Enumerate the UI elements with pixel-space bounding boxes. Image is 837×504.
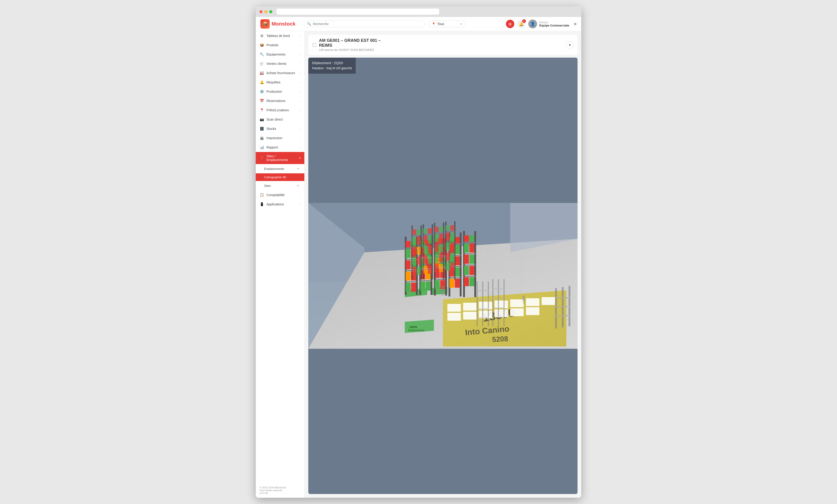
products-icon: 📦 [260, 43, 264, 48]
sidebar-submenu-sites: Emplacements ＋ Cartographie 3D Sites ＋ [256, 164, 304, 190]
svg-point-206 [523, 296, 525, 298]
svg-rect-163 [434, 254, 439, 262]
svg-rect-177 [446, 243, 450, 251]
svg-rect-76 [434, 279, 447, 280]
svg-rect-169 [445, 231, 456, 232]
svg-rect-147 [423, 256, 427, 264]
svg-rect-21 [495, 300, 508, 309]
chevron-icon: › [300, 62, 301, 65]
chevron-icon: › [300, 193, 301, 197]
svg-rect-51 [406, 272, 411, 281]
sidebar-item-requetes[interactable]: 🔔 Requêtes › [256, 78, 304, 87]
sidebar-item-produits[interactable]: 📦 Produits › [256, 40, 304, 50]
svg-rect-111 [464, 244, 469, 253]
add-emplacement-button[interactable]: ＋ [296, 166, 301, 171]
svg-rect-85 [435, 280, 440, 289]
svg-rect-127 [412, 237, 416, 245]
sidebar-item-reservations[interactable]: 📅 Réservations › [256, 96, 304, 106]
svg-rect-155 [434, 253, 444, 254]
svg-rect-27 [479, 311, 492, 319]
sidebar-item-achats-fournisseurs[interactable]: 🏭 Achats fournisseurs › [256, 68, 304, 78]
svg-rect-161 [434, 244, 439, 252]
svg-rect-140 [423, 265, 433, 265]
chevron-icon: › [300, 34, 301, 37]
minimize-btn[interactable] [264, 10, 267, 13]
warehouse-3d-view[interactable]: 13500 Into Canino 5208 [308, 58, 577, 494]
add-site-button[interactable]: ＋ [296, 183, 301, 188]
browser-titlebar [256, 6, 581, 17]
chevron-icon: › [300, 81, 301, 83]
svg-rect-35 [555, 306, 571, 307]
sidebar-item-production[interactable]: ⚙️ Production › [256, 87, 304, 96]
main-body: ⊞ Tableau de bord › 📦 Produits › 🔧 Équip… [256, 31, 581, 498]
location-select[interactable]: 📍 Tous ▾ [428, 20, 465, 27]
content-header: AM GE001 – GRAND EST 001 – REIMS 145 ave… [308, 35, 577, 55]
svg-rect-165 [434, 264, 439, 272]
print-icon: 🖨️ [260, 136, 264, 141]
svg-rect-129 [412, 247, 416, 255]
sidebar-item-applications[interactable]: 📱 Applications › [256, 200, 304, 209]
svg-rect-29 [510, 309, 524, 316]
chevron-icon: › [300, 203, 301, 206]
svg-rect-134 [417, 267, 421, 275]
sidebar-item-scan-direct[interactable]: 📷 Scan direct [256, 115, 304, 124]
header-checkbox[interactable] [313, 43, 316, 47]
sidebar-item-comptabilite[interactable]: 📋 Comptabilité › [256, 190, 304, 200]
svg-rect-149 [423, 266, 427, 274]
svg-rect-49 [406, 260, 411, 269]
map-container: Déplacement : ZQSD Hauteur : maj et ctrl… [308, 58, 577, 494]
sidebar-item-stocks[interactable]: 🗄️ Stocks › [256, 124, 304, 133]
svg-rect-101 [449, 279, 454, 288]
svg-rect-116 [469, 266, 474, 275]
sidebar-item-sites-emplacements[interactable]: 📍 Sites / Emplacements ▾ [256, 152, 304, 164]
svg-rect-113 [464, 255, 469, 264]
maximize-btn[interactable] [269, 10, 272, 13]
overlay-line1: Déplacement : ZQSD [312, 60, 352, 66]
svg-rect-173 [446, 225, 450, 231]
svg-rect-132 [417, 257, 421, 265]
collapse-button[interactable]: ▾ [566, 41, 573, 48]
svg-rect-182 [450, 263, 454, 271]
sidebar-item-impression[interactable]: 🖨️ Impression › [256, 133, 304, 143]
svg-rect-137 [423, 234, 433, 235]
sidebar-subitem-emplacements[interactable]: Emplacements ＋ [256, 164, 304, 173]
location-pin-icon: 📍 [432, 22, 435, 26]
hamburger-button[interactable]: ≡ [574, 21, 576, 27]
apps-icon: 📱 [260, 202, 264, 207]
svg-rect-156 [434, 263, 444, 264]
sidebar-subitem-sites[interactable]: Sites ＋ [256, 181, 304, 190]
svg-rect-160 [439, 234, 443, 242]
sidebar-subitem-cartographie-3d[interactable]: Cartographie 3D [256, 173, 304, 181]
purchases-icon: 🏭 [260, 71, 264, 75]
sidebar-item-ventes-clients[interactable]: 🛒 Ventes clients › [256, 59, 304, 68]
search-input[interactable] [313, 22, 421, 26]
sidebar-item-tableau-de-bord[interactable]: ⊞ Tableau de bord › [256, 31, 304, 40]
chevron-icon: › [300, 72, 301, 74]
svg-rect-124 [411, 266, 422, 266]
svg-rect-25 [447, 313, 461, 321]
svg-rect-188 [488, 281, 489, 326]
address-bar[interactable] [277, 8, 439, 15]
svg-text:Emplacements: Emplacements [408, 329, 424, 332]
chevron-icon: › [300, 146, 301, 149]
sidebar-item-equipements[interactable]: 🔧 Équipements › [256, 50, 304, 59]
site-address: 145 avenue de CHANZY 51540 BEZANNES [319, 48, 380, 52]
sidebar-item-prets-locations[interactable]: 📍 Prêts/Locations › [256, 106, 304, 115]
notification-badge: 1 [522, 19, 526, 23]
svg-text:5208: 5208 [492, 335, 508, 344]
svg-rect-181 [446, 263, 450, 271]
svg-rect-186 [477, 281, 478, 326]
notification-button[interactable]: 🔔 1 [517, 20, 526, 28]
svg-rect-153 [434, 233, 444, 234]
svg-rect-207 [523, 298, 525, 302]
sidebar-item-rapport[interactable]: 📊 Rapport › [256, 143, 304, 152]
svg-rect-131 [412, 257, 416, 265]
close-btn[interactable] [260, 10, 263, 13]
svg-rect-102 [455, 279, 460, 288]
svg-rect-24 [542, 297, 555, 305]
svg-rect-106 [463, 254, 476, 255]
svg-rect-125 [412, 229, 416, 235]
svg-text:100%: 100% [409, 325, 417, 329]
grid-view-button[interactable]: ⊞ [506, 20, 514, 28]
svg-rect-194 [498, 279, 499, 326]
